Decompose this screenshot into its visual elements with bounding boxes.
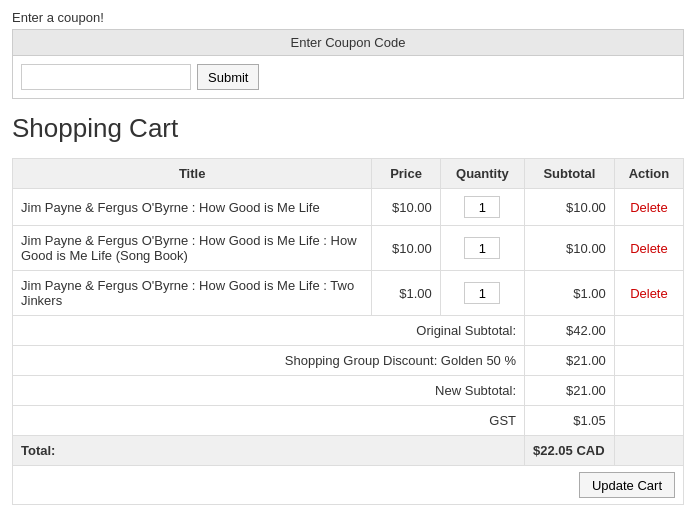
- original-subtotal-row: Original Subtotal: $42.00: [13, 316, 684, 346]
- summary-empty: [614, 346, 683, 376]
- table-row: Jim Payne & Fergus O'Byrne : How Good is…: [13, 226, 684, 271]
- update-cart-button[interactable]: Update Cart: [579, 472, 675, 498]
- coupon-input[interactable]: [21, 64, 191, 90]
- table-row: Jim Payne & Fergus O'Byrne : How Good is…: [13, 189, 684, 226]
- delete-link[interactable]: Delete: [630, 200, 668, 215]
- delete-link[interactable]: Delete: [630, 241, 668, 256]
- row-subtotal: $1.00: [525, 271, 615, 316]
- quantity-input[interactable]: [464, 282, 500, 304]
- total-empty: [614, 436, 683, 466]
- row-action: Delete: [614, 226, 683, 271]
- row-quantity-cell: [440, 271, 524, 316]
- update-cart-cell: Update Cart: [13, 466, 684, 505]
- header-price: Price: [372, 159, 440, 189]
- total-row: Total: $22.05 CAD: [13, 436, 684, 466]
- row-price: $1.00: [372, 271, 440, 316]
- table-row: Jim Payne & Fergus O'Byrne : How Good is…: [13, 271, 684, 316]
- row-action: Delete: [614, 271, 683, 316]
- coupon-label: Enter a coupon!: [12, 10, 684, 25]
- summary-value: $21.00: [525, 376, 615, 406]
- gst-value: $1.05: [525, 406, 615, 436]
- table-header-row: Title Price Quantity Subtotal Action: [13, 159, 684, 189]
- gst-row: GST $1.05: [13, 406, 684, 436]
- summary-value: $42.00: [525, 316, 615, 346]
- new-subtotal-row: New Subtotal: $21.00: [13, 376, 684, 406]
- header-action: Action: [614, 159, 683, 189]
- row-action: Delete: [614, 189, 683, 226]
- row-price: $10.00: [372, 189, 440, 226]
- summary-label: New Subtotal:: [13, 376, 525, 406]
- coupon-submit-button[interactable]: Submit: [197, 64, 259, 90]
- summary-empty: [614, 316, 683, 346]
- discount-row: Shopping Group Discount: Golden 50 % $21…: [13, 346, 684, 376]
- row-subtotal: $10.00: [525, 226, 615, 271]
- header-title: Title: [13, 159, 372, 189]
- header-quantity: Quantity: [440, 159, 524, 189]
- row-price: $10.00: [372, 226, 440, 271]
- row-title: Jim Payne & Fergus O'Byrne : How Good is…: [13, 189, 372, 226]
- gst-label: GST: [13, 406, 525, 436]
- row-title: Jim Payne & Fergus O'Byrne : How Good is…: [13, 271, 372, 316]
- update-cart-row: Update Cart: [13, 466, 684, 505]
- quantity-input[interactable]: [464, 196, 500, 218]
- row-title: Jim Payne & Fergus O'Byrne : How Good is…: [13, 226, 372, 271]
- row-subtotal: $10.00: [525, 189, 615, 226]
- delete-link[interactable]: Delete: [630, 286, 668, 301]
- total-label: Total:: [13, 436, 525, 466]
- quantity-input[interactable]: [464, 237, 500, 259]
- coupon-header: Enter Coupon Code: [13, 30, 683, 56]
- page-title: Shopping Cart: [12, 113, 684, 144]
- total-value: $22.05 CAD: [525, 436, 615, 466]
- row-quantity-cell: [440, 189, 524, 226]
- gst-empty: [614, 406, 683, 436]
- summary-value: $21.00: [525, 346, 615, 376]
- cart-table: Title Price Quantity Subtotal Action Jim…: [12, 158, 684, 505]
- header-subtotal: Subtotal: [525, 159, 615, 189]
- summary-label: Original Subtotal:: [13, 316, 525, 346]
- summary-empty: [614, 376, 683, 406]
- row-quantity-cell: [440, 226, 524, 271]
- coupon-box: Enter Coupon Code Submit: [12, 29, 684, 99]
- summary-label: Shopping Group Discount: Golden 50 %: [13, 346, 525, 376]
